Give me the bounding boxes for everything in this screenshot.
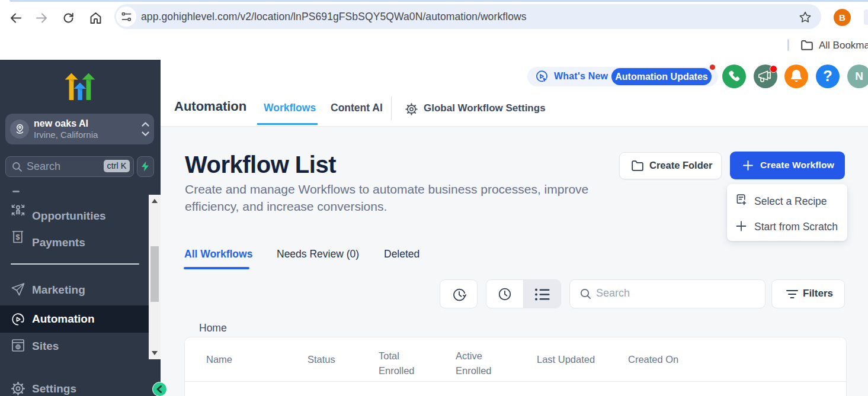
svg-text:$: $ bbox=[16, 233, 20, 242]
